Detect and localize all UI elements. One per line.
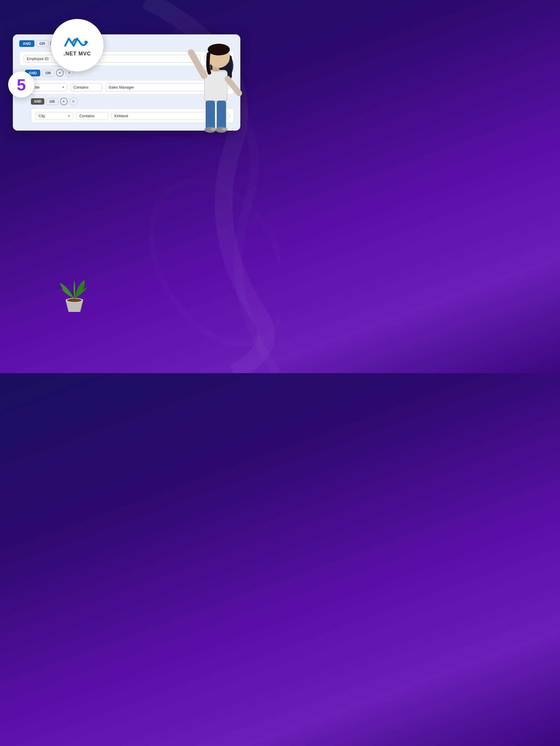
- remove-filter-employee-id-button[interactable]: ×: [221, 55, 229, 63]
- value-input-city[interactable]: [111, 112, 219, 120]
- nested-close-button[interactable]: ×: [69, 97, 78, 106]
- field-select-city[interactable]: City ▾: [35, 112, 73, 120]
- operator-contains-title[interactable]: Contains: [70, 83, 102, 91]
- dotnet-logo-icon: [63, 33, 92, 50]
- svg-point-19: [67, 298, 82, 302]
- filter-row-city: City ▾ Contains ×: [31, 109, 234, 123]
- step-number: 5: [17, 75, 26, 94]
- field-label: Employee ID: [27, 57, 49, 61]
- arrow-up-button[interactable]: ▴: [212, 55, 219, 62]
- top-and-button[interactable]: AND: [19, 40, 34, 47]
- remove-filter-city-button[interactable]: ×: [221, 112, 229, 120]
- nested-or-button[interactable]: OR: [46, 98, 58, 105]
- logo-text: .NET MVC: [63, 51, 91, 57]
- filter-builder-card: AND OR + Employee ID ▾ Greater Th... ▾ ▴…: [13, 34, 240, 131]
- operator-label-city: Contains: [79, 114, 94, 118]
- nested-sub-group: AND OR + × City ▾ Contains ×: [31, 97, 234, 123]
- sub-toolbar: AND OR + ×: [25, 69, 234, 77]
- filter-row-employee-id: Employee ID ▾ Greater Th... ▾ ▴ ×: [19, 51, 234, 66]
- svg-point-1: [84, 41, 87, 44]
- operator-label-title: Contains: [74, 85, 88, 89]
- nested-add-button[interactable]: +: [60, 98, 68, 105]
- svg-point-0: [124, 157, 280, 367]
- field-select-title[interactable]: Title ▾: [29, 83, 67, 91]
- chevron-down-icon-title: ▾: [62, 85, 64, 89]
- operator-contains-city[interactable]: Contains: [76, 112, 108, 120]
- nested-and-button[interactable]: AND: [31, 98, 44, 105]
- field-label-city: City: [38, 114, 45, 118]
- logo-badge: .NET MVC: [51, 19, 104, 71]
- top-or-button[interactable]: OR: [36, 40, 49, 47]
- arrow-buttons: ▾ ▴: [203, 55, 219, 62]
- remove-filter-title-button[interactable]: ×: [221, 83, 229, 91]
- sub-or-button[interactable]: OR: [42, 70, 54, 76]
- nested-toolbar: AND OR + ×: [31, 97, 234, 106]
- sub-group: AND OR + × Title ▾ Contains × AND OR: [25, 69, 234, 123]
- value-input-title[interactable]: [105, 83, 219, 91]
- decorative-plant: [57, 277, 92, 315]
- value-input-employee-id[interactable]: [100, 55, 201, 63]
- sub-add-button[interactable]: +: [56, 69, 63, 77]
- svg-point-18: [66, 298, 83, 303]
- chevron-down-icon-city: ▾: [68, 114, 70, 118]
- step-number-badge: 5: [8, 71, 34, 98]
- filter-row-title: Title ▾ Contains ×: [25, 80, 234, 94]
- arrow-down-button[interactable]: ▾: [203, 55, 211, 62]
